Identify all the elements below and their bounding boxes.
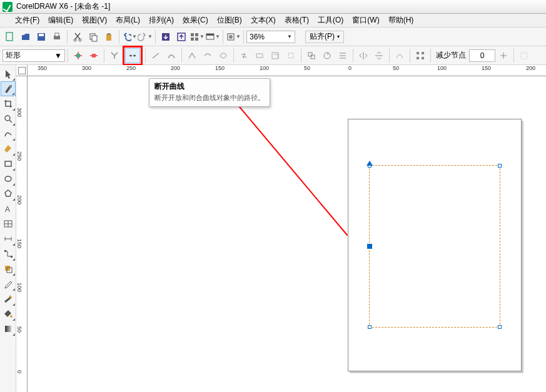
rectangle-tool[interactable] [1, 156, 16, 171]
reduce-nodes-input[interactable] [469, 49, 495, 62]
table-tool[interactable] [1, 216, 16, 231]
stretch-scale-button[interactable] [304, 48, 319, 63]
pick-tool[interactable] [1, 66, 16, 81]
dropdown-arrow-icon: ▼ [54, 51, 62, 60]
menu-edit[interactable]: 编辑(E) [44, 14, 77, 27]
outline-tool[interactable] [1, 291, 16, 306]
menu-effects[interactable]: 效果(C) [179, 14, 212, 27]
zoom-value: 36% [250, 33, 265, 41]
property-bar: 矩形▼ 减少节点 [0, 46, 546, 65]
svg-rect-41 [4, 250, 6, 252]
svg-rect-31 [422, 52, 424, 54]
vertical-ruler[interactable]: 300 250 200 150 100 50 0 [16, 76, 28, 392]
add-node-button[interactable] [71, 48, 86, 63]
welcome-button[interactable]: ▼ [205, 29, 220, 44]
crop-tool[interactable] [1, 96, 16, 111]
menu-tools[interactable]: 工具(O) [314, 14, 347, 27]
svg-rect-27 [308, 53, 312, 56]
start-node-icon[interactable] [367, 161, 373, 166]
export-button[interactable] [174, 29, 189, 44]
menu-arrange[interactable]: 排列(A) [145, 14, 178, 27]
freehand-tool[interactable] [1, 126, 16, 141]
interactive-fill-tool[interactable] [1, 321, 16, 336]
menu-window[interactable]: 窗口(W) [348, 14, 383, 27]
zoom-fit-button[interactable]: ▼ [226, 29, 241, 44]
menu-file[interactable]: 文件(F) [11, 14, 43, 27]
ruler-tick: 200 [171, 65, 180, 71]
polygon-tool[interactable] [1, 186, 16, 201]
join-nodes-button[interactable] [107, 48, 122, 63]
svg-rect-16 [195, 38, 198, 41]
interactive-tool[interactable] [1, 261, 16, 276]
ruler-origin[interactable] [16, 65, 28, 76]
reflect-h-button[interactable] [356, 48, 371, 63]
close-curve-button[interactable] [283, 48, 298, 63]
align-nodes-button[interactable] [335, 48, 350, 63]
eyedropper-tool[interactable] [1, 276, 16, 291]
svg-rect-22 [92, 54, 96, 58]
snap-button[interactable]: 贴齐(P)▾ [305, 31, 344, 43]
menu-table[interactable]: 表格(T) [281, 14, 313, 27]
paste-button[interactable] [101, 29, 116, 44]
undo-button[interactable]: ▼ [122, 29, 137, 44]
node-handle[interactable] [368, 325, 372, 329]
save-button[interactable] [34, 29, 49, 44]
to-line-button[interactable] [148, 48, 163, 63]
ruler-tick: 200 [16, 195, 23, 204]
break-curve-button[interactable] [125, 48, 140, 63]
dimension-tool[interactable] [1, 231, 16, 246]
reverse-direction-button[interactable] [236, 48, 251, 63]
rotate-skew-button[interactable] [320, 48, 335, 63]
svg-rect-0 [6, 33, 13, 41]
open-button[interactable] [18, 29, 33, 44]
app-launcher-button[interactable]: ▼ [190, 29, 205, 44]
menu-layout[interactable]: 布局(L) [112, 14, 144, 27]
cusp-node-button[interactable] [185, 48, 200, 63]
node-handle[interactable] [498, 325, 502, 329]
reflect-v-button[interactable] [372, 48, 387, 63]
symmetric-node-button[interactable] [216, 48, 231, 63]
to-curve-button[interactable] [164, 48, 179, 63]
canvas-area[interactable]: 断开曲线 断开开放和闭合曲线对象中的路径。 [28, 76, 546, 392]
horizontal-ruler[interactable]: 350 300 250 200 150 100 50 0 50 100 150 … [28, 65, 546, 76]
svg-text:A: A [5, 205, 10, 214]
extract-subpath-button[interactable] [268, 48, 283, 63]
selected-rectangle[interactable] [369, 165, 500, 328]
delete-node-button[interactable] [86, 48, 101, 63]
svg-rect-42 [11, 256, 13, 258]
menu-view[interactable]: 视图(V) [78, 14, 111, 27]
import-button[interactable] [158, 29, 173, 44]
curve-smoothness-button[interactable] [496, 48, 511, 63]
dropdown-arrow-icon: ▼ [200, 34, 205, 39]
shape-type-dropdown[interactable]: 矩形▼ [3, 49, 65, 62]
selected-node[interactable] [367, 244, 372, 249]
connector-tool[interactable] [1, 246, 16, 261]
redo-button[interactable]: ▼ [138, 29, 153, 44]
dropdown-arrow-icon: ▼ [236, 34, 241, 39]
svg-point-36 [5, 116, 10, 121]
node-handle[interactable] [498, 164, 502, 168]
fill-tool[interactable] [1, 306, 16, 321]
menu-text[interactable]: 文本(X) [247, 14, 280, 27]
break-curve-highlight [123, 46, 143, 66]
select-all-nodes-button[interactable] [413, 48, 428, 63]
ruler-tick: 50 [16, 326, 23, 333]
shape-tool[interactable] [1, 81, 16, 96]
menu-bitmap[interactable]: 位图(B) [213, 14, 246, 27]
zoom-level-input[interactable]: 36%▼ [246, 31, 295, 43]
extend-curve-button[interactable] [252, 48, 267, 63]
cut-button[interactable] [70, 29, 85, 44]
tooltip: 断开曲线 断开开放和闭合曲线对象中的路径。 [149, 78, 270, 107]
menu-help[interactable]: 帮助(H) [385, 14, 418, 27]
smart-fill-tool[interactable] [1, 141, 16, 156]
elastic-mode-button[interactable] [392, 48, 407, 63]
zoom-tool[interactable] [1, 111, 16, 126]
copy-button[interactable] [86, 29, 101, 44]
print-button[interactable] [49, 29, 64, 44]
smooth-node-button[interactable] [200, 48, 215, 63]
new-button[interactable] [3, 29, 18, 44]
dropdown-arrow-icon: ▼ [215, 34, 220, 39]
bounding-box-button[interactable] [517, 48, 532, 63]
text-tool[interactable]: A [1, 201, 16, 216]
ellipse-tool[interactable] [1, 171, 16, 186]
